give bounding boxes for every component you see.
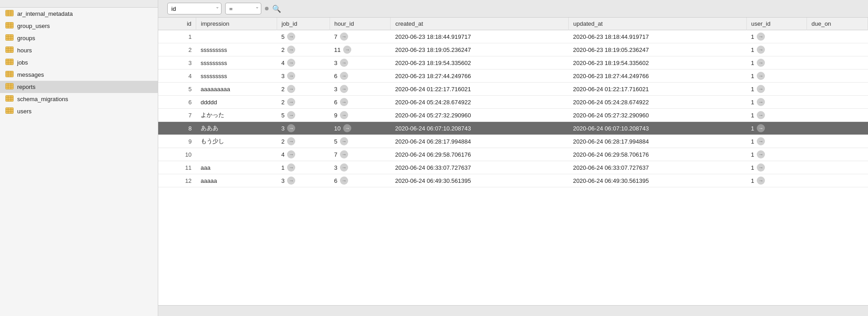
svg-rect-30 (6, 84, 14, 89)
sidebar-item-hours[interactable]: hours (0, 44, 158, 56)
user-nav-arrow[interactable]: → (757, 59, 765, 67)
hour-nav-arrow[interactable]: → (343, 46, 351, 54)
user-id-value: 1 (751, 46, 754, 53)
table-row[interactable]: 7よかった5→9→2020-06-24 05:27:32.2909602020-… (158, 109, 868, 122)
cell-id: 1 (158, 30, 196, 43)
hour-nav-arrow[interactable]: → (340, 72, 348, 80)
table-row[interactable]: 2sssssssss2→11→2020-06-23 18:19:05.23624… (158, 43, 868, 56)
hour-nav-arrow[interactable]: → (340, 163, 348, 172)
job-nav-arrow[interactable]: → (287, 124, 295, 132)
table-row[interactable]: 104→7→2020-06-24 06:29:58.7061762020-06-… (158, 148, 868, 161)
table-row[interactable]: 9もう少し2→5→2020-06-24 06:28:17.9948842020-… (158, 135, 868, 148)
hour-id-value: 9 (334, 112, 337, 119)
hour-id-value: 5 (334, 138, 337, 145)
cell-hour_id: 5→ (330, 135, 391, 148)
hour-nav-arrow[interactable]: → (343, 124, 351, 132)
sidebar-item-label: hours (17, 47, 32, 54)
hour-id-value: 10 (334, 125, 340, 132)
job-nav-arrow[interactable]: → (287, 137, 295, 145)
sidebar-item-ar_internal_metadata[interactable]: ar_internal_metadata (0, 8, 158, 20)
user-nav-arrow[interactable]: → (757, 124, 765, 132)
cell-due_on (807, 43, 868, 56)
cell-id: 10 (158, 148, 196, 161)
col-hour_id: hour_id (330, 18, 391, 30)
table-row[interactable]: 8あああ3→10→2020-06-24 06:07:10.2087432020-… (158, 122, 868, 135)
job-nav-arrow[interactable]: → (287, 33, 295, 41)
hour-id-value: 6 (334, 73, 337, 79)
sidebar-item-label: jobs (17, 59, 28, 66)
hour-nav-arrow[interactable]: → (340, 98, 348, 106)
cell-user_id: 1→ (746, 83, 807, 96)
table-row[interactable]: 4sssssssss3→6→2020-06-23 18:27:44.249766… (158, 70, 868, 83)
job-nav-arrow[interactable]: → (287, 111, 295, 119)
cell-impression: aaa (196, 161, 277, 174)
search-button[interactable]: 🔍 (272, 5, 281, 13)
cell-user_id: 1→ (746, 109, 807, 122)
job-nav-arrow[interactable]: → (287, 163, 295, 172)
cell-user_id: 1→ (746, 30, 807, 43)
user-nav-arrow[interactable]: → (757, 33, 765, 41)
sidebar-item-users[interactable]: users (0, 105, 158, 117)
table-row[interactable]: 6ddddd2→6→2020-06-24 05:24:28.6749222020… (158, 96, 868, 109)
sidebar-item-group_users[interactable]: group_users (0, 20, 158, 32)
job-nav-arrow[interactable]: → (287, 98, 295, 106)
sidebar-item-messages[interactable]: messages (0, 69, 158, 81)
dot-indicator (265, 7, 269, 10)
sidebar-item-label: groups (17, 35, 35, 42)
cell-id: 2 (158, 43, 196, 56)
hour-nav-arrow[interactable]: → (340, 85, 348, 93)
user-nav-arrow[interactable]: → (757, 85, 765, 93)
cell-updated_at: 2020-06-23 18:18:44.919717 (569, 30, 747, 43)
cell-id: 5 (158, 83, 196, 96)
sidebar-item-jobs[interactable]: jobs (0, 56, 158, 69)
user-nav-arrow[interactable]: → (757, 163, 765, 172)
cell-hour_id: 6→ (330, 70, 391, 83)
hour-nav-arrow[interactable]: → (340, 33, 348, 41)
col-impression: impression (196, 18, 277, 30)
job-nav-arrow[interactable]: → (287, 150, 295, 158)
table-header-row: id impression job_id hour_id created_at … (158, 18, 868, 30)
table-row[interactable]: 5aaaaaaaaa2→3→2020-06-24 01:22:17.716021… (158, 83, 868, 96)
cell-created_at: 2020-06-24 06:28:17.994884 (391, 135, 569, 148)
user-nav-arrow[interactable]: → (757, 111, 765, 119)
user-nav-arrow[interactable]: → (757, 98, 765, 106)
table-row[interactable]: 15→7→2020-06-23 18:18:44.9197172020-06-2… (158, 30, 868, 43)
cell-updated_at: 2020-06-24 06:33:07.727637 (569, 161, 747, 174)
user-nav-arrow[interactable]: → (757, 150, 765, 158)
user-nav-arrow[interactable]: → (757, 72, 765, 80)
hour-nav-arrow[interactable]: → (340, 111, 348, 119)
table-row[interactable]: 11aaa1→3→2020-06-24 06:33:07.7276372020-… (158, 161, 868, 174)
sidebar-item-label: ar_internal_metadata (17, 10, 73, 17)
cell-due_on (807, 135, 868, 148)
field-select[interactable]: id (167, 3, 222, 14)
cell-impression: ddddd (196, 96, 277, 109)
job-nav-arrow[interactable]: → (287, 46, 295, 54)
svg-rect-0 (6, 10, 14, 16)
cell-user_id: 1→ (746, 43, 807, 56)
user-nav-arrow[interactable]: → (757, 177, 765, 185)
cell-updated_at: 2020-06-24 06:29:58.706176 (569, 148, 747, 161)
job-id-value: 2 (281, 138, 284, 145)
hour-nav-arrow[interactable]: → (340, 137, 348, 145)
job-nav-arrow[interactable]: → (287, 85, 295, 93)
hour-nav-arrow[interactable]: → (340, 177, 348, 185)
sidebar-item-groups[interactable]: groups (0, 32, 158, 44)
col-id: id (158, 18, 196, 30)
job-nav-arrow[interactable]: → (287, 72, 295, 80)
job-nav-arrow[interactable]: → (287, 59, 295, 67)
cell-impression (196, 148, 277, 161)
hour-nav-arrow[interactable]: → (340, 150, 348, 158)
operator-select[interactable]: = (225, 3, 261, 14)
svg-rect-40 (6, 108, 14, 114)
user-nav-arrow[interactable]: → (757, 46, 765, 54)
user-nav-arrow[interactable]: → (757, 137, 765, 145)
cell-hour_id: 7→ (330, 30, 391, 43)
table-row[interactable]: 12aaaaa3→6→2020-06-24 06:49:30.561395202… (158, 174, 868, 187)
table-row[interactable]: 3sssssssss4→3→2020-06-23 18:19:54.335602… (158, 56, 868, 70)
sidebar-item-schema_migrations[interactable]: schema_migrations (0, 93, 158, 105)
hour-nav-arrow[interactable]: → (340, 59, 348, 67)
hour-id-value: 3 (334, 60, 337, 66)
cell-impression: もう少し (196, 135, 277, 148)
job-nav-arrow[interactable]: → (287, 177, 295, 185)
sidebar-item-reports[interactable]: reports (0, 81, 158, 93)
